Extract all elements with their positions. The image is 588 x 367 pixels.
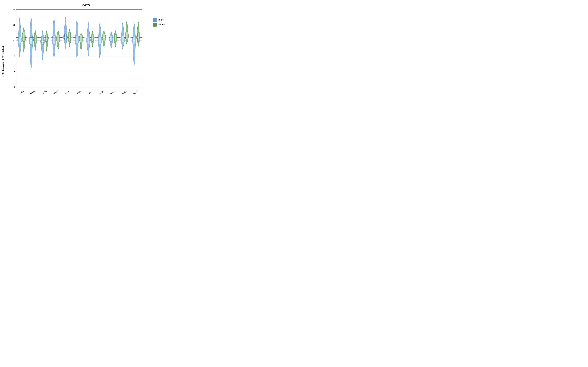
svg-rect-898 [134, 29, 135, 29]
svg-rect-345 [58, 33, 59, 33]
svg-rect-936 [138, 27, 138, 28]
svg-rect-471 [77, 27, 77, 27]
svg-rect-404 [69, 43, 70, 44]
svg-rect-802 [123, 34, 124, 34]
svg-rect-655 [104, 46, 104, 46]
svg-rect-50 [19, 21, 20, 22]
svg-rect-600 [93, 33, 93, 34]
svg-rect-552 [88, 32, 88, 33]
svg-rect-355 [65, 48, 66, 49]
svg-rect-197 [43, 51, 43, 51]
svg-rect-534 [88, 48, 89, 49]
svg-rect-644 [100, 26, 100, 27]
svg-rect-477 [77, 21, 77, 21]
svg-rect-556 [88, 29, 89, 29]
svg-rect-265 [47, 31, 47, 31]
svg-rect-18 [19, 54, 20, 55]
svg-rect-108 [31, 59, 32, 59]
svg-rect-883 [134, 46, 134, 46]
svg-rect-149 [35, 47, 35, 47]
svg-rect-649 [100, 22, 100, 22]
svg-rect-395 [64, 34, 66, 40]
svg-rect-616 [100, 53, 100, 54]
svg-rect-454 [76, 44, 77, 45]
svg-rect-911 [138, 44, 138, 44]
svg-rect-741 [115, 45, 115, 45]
svg-rect-298 [54, 29, 54, 29]
svg-rect-190 [42, 56, 43, 56]
y-axis-label: mRNA Expression (RNASeq V2, log2) [1, 8, 5, 106]
svg-rect-484 [81, 50, 81, 50]
svg-rect-645 [99, 25, 100, 26]
svg-rect-463 [78, 35, 78, 36]
svg-rect-63 [24, 49, 24, 49]
svg-rect-292 [54, 35, 55, 36]
svg-rect-548 [89, 36, 89, 36]
svg-rect-61 [24, 50, 24, 50]
svg-rect-320 [58, 46, 58, 46]
svg-rect-408 [70, 42, 70, 42]
svg-rect-519 [81, 33, 81, 33]
svg-rect-750 [114, 41, 115, 42]
svg-rect-179 [35, 31, 35, 31]
svg-rect-174 [35, 33, 36, 34]
svg-rect-446 [77, 53, 77, 53]
svg-rect-930 [139, 32, 139, 32]
svg-rect-858 [127, 22, 127, 23]
svg-rect-402 [69, 44, 70, 45]
svg-rect-683 [104, 33, 104, 34]
svg-rect-313 [58, 49, 58, 50]
svg-rect-492 [81, 46, 82, 46]
svg-rect-308 [54, 18, 54, 19]
svg-rect-662 [104, 43, 104, 43]
svg-rect-899 [134, 27, 135, 28]
svg-rect-324 [59, 43, 59, 44]
svg-rect-293 [55, 34, 55, 35]
plot-wrapper: 789101112BLCABRCACOADHNSCKICHKIRCLUADLUS… [5, 8, 151, 106]
svg-rect-813 [123, 26, 123, 26]
svg-rect-71 [23, 43, 24, 44]
svg-rect-219 [43, 34, 43, 34]
svg-rect-52 [19, 19, 20, 20]
svg-rect-932 [138, 30, 138, 31]
svg-rect-451 [77, 48, 78, 48]
svg-rect-734 [111, 31, 112, 32]
svg-rect-106 [31, 62, 31, 62]
svg-rect-805 [122, 32, 122, 32]
svg-rect-235 [47, 47, 47, 47]
svg-rect-853 [127, 25, 127, 26]
svg-rect-701 [111, 45, 111, 46]
svg-rect-824 [127, 44, 127, 44]
svg-rect-319 [58, 46, 58, 47]
svg-rect-748 [116, 42, 116, 42]
svg-rect-771 [115, 33, 116, 33]
svg-rect-382 [65, 27, 65, 27]
svg-rect-478 [77, 20, 77, 20]
svg-rect-482 [81, 50, 81, 51]
svg-rect-393 [65, 18, 66, 18]
svg-rect-872 [134, 58, 134, 58]
svg-rect-494 [81, 45, 82, 45]
svg-rect-59 [24, 51, 24, 52]
svg-rect-387 [66, 23, 66, 23]
svg-rect-224 [42, 30, 43, 31]
svg-rect-893 [134, 34, 134, 35]
svg-rect-204 [43, 45, 43, 46]
svg-rect-72 [23, 43, 24, 43]
svg-rect-902 [134, 24, 134, 25]
svg-rect-554 [88, 31, 89, 31]
svg-rect-112 [32, 53, 32, 54]
svg-rect-129 [31, 29, 31, 30]
svg-rect-405 [69, 43, 70, 43]
svg-rect-579 [93, 42, 93, 42]
svg-rect-51 [19, 20, 20, 21]
svg-rect-730 [111, 33, 111, 33]
svg-rect-109 [31, 57, 32, 58]
svg-rect-472 [77, 26, 78, 26]
svg-rect-92 [23, 29, 24, 29]
svg-rect-94 [24, 28, 24, 28]
svg-rect-882 [134, 47, 134, 47]
svg-rect-940 [138, 25, 139, 25]
svg-rect-20 [19, 52, 20, 53]
svg-rect-553 [88, 32, 88, 32]
